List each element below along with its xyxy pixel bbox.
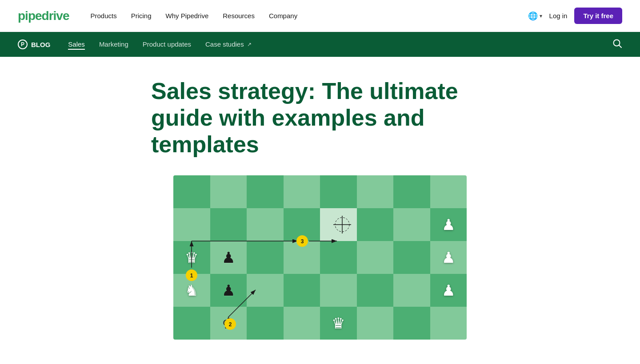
cell-r4c3 [247, 274, 284, 307]
external-link-icon: ↗ [247, 41, 252, 47]
cell-r3c6 [357, 241, 394, 274]
cell-r5c7 [393, 307, 430, 340]
nav-products[interactable]: Products [90, 12, 116, 20]
white-pawn-r2c8: ♟ [442, 217, 455, 232]
blog-nav-marketing[interactable]: Marketing [99, 40, 128, 48]
cell-r2c1 [173, 208, 210, 241]
cell-r1c6 [357, 175, 394, 208]
language-selector[interactable]: 🌐 ▾ [528, 11, 542, 21]
cell-r5c8 [430, 307, 467, 340]
cell-r4c6 [357, 274, 394, 307]
cell-r5c2: ♚ [210, 307, 247, 340]
blog-nav-case-studies[interactable]: Case studies ↗ [205, 40, 252, 48]
cell-r5c6 [357, 307, 394, 340]
nav-why-pipedrive[interactable]: Why Pipedrive [166, 12, 209, 20]
cell-r1c7 [393, 175, 430, 208]
cell-r2c7 [393, 208, 430, 241]
cell-r1c2 [210, 175, 247, 208]
cell-r1c3 [247, 175, 284, 208]
cell-r4c1: ♞ [173, 274, 210, 307]
white-queen-r3c1: ♛ [185, 250, 198, 265]
cell-r1c4 [284, 175, 320, 208]
black-pawn-r4c2: ♟ [222, 283, 235, 298]
cell-r4c4 [284, 274, 320, 307]
cell-r4c2: ♟ [210, 274, 247, 307]
nav-pricing[interactable]: Pricing [131, 12, 152, 20]
cell-r4c8: ♟ [430, 274, 467, 307]
cell-r5c3 [247, 307, 284, 340]
try-free-button[interactable]: Try it free [574, 8, 622, 24]
cell-r3c7 [393, 241, 430, 274]
white-pawn-r4c8: ♟ [442, 283, 455, 298]
blog-nav-sales[interactable]: Sales [68, 40, 85, 50]
black-pawn-r3c2: ♟ [222, 250, 235, 265]
article-title: Sales strategy: The ultimate guide with … [151, 78, 489, 158]
black-king-r5c2: ♚ [222, 316, 235, 331]
main-content: Sales strategy: The ultimate guide with … [0, 57, 640, 340]
login-link[interactable]: Log in [549, 12, 568, 20]
cell-r2c2 [210, 208, 247, 241]
blog-nav-links: Sales Marketing Product updates Case stu… [68, 40, 612, 48]
pipedrive-logo[interactable]: pipedrive [18, 9, 69, 23]
white-pawn-r3c8: ♟ [442, 250, 455, 265]
nav-resources[interactable]: Resources [223, 12, 255, 20]
blog-p-icon: P [18, 40, 28, 49]
cell-r5c5: ♛ [320, 307, 357, 340]
cell-r4c7 [393, 274, 430, 307]
cell-r1c5 [320, 175, 357, 208]
svg-line-1 [619, 45, 622, 47]
cell-r5c4 [284, 307, 320, 340]
cell-r2c5-target [320, 208, 357, 241]
blog-label: BLOG [31, 41, 50, 48]
chevron-down-icon: ▾ [540, 13, 542, 19]
blog-navigation: P BLOG Sales Marketing Product updates C… [0, 32, 640, 57]
white-king-r5c5: ♛ [332, 316, 345, 331]
cell-r2c6 [357, 208, 394, 241]
cell-r1c8 [430, 175, 467, 208]
cell-r3c4 [284, 241, 320, 274]
cell-r3c2: ♟ [210, 241, 247, 274]
cell-r2c8: ♟ [430, 208, 467, 241]
cell-r4c5 [320, 274, 357, 307]
main-nav-links: Products Pricing Why Pipedrive Resources… [90, 12, 528, 20]
cell-r2c3 [247, 208, 284, 241]
cell-r3c3 [247, 241, 284, 274]
nav-company[interactable]: Company [269, 12, 297, 20]
cell-r3c8: ♟ [430, 241, 467, 274]
globe-icon: 🌐 [528, 11, 538, 21]
chess-board-illustration: ♟ ♛ ♟ ♟ ♞ ♟ [173, 175, 467, 340]
white-knight-r4c1: ♞ [185, 283, 198, 298]
nav-right-section: 🌐 ▾ Log in Try it free [528, 8, 622, 24]
cell-r5c1 [173, 307, 210, 340]
blog-logo[interactable]: P BLOG [18, 40, 50, 49]
chess-board-grid: ♟ ♛ ♟ ♟ ♞ ♟ [173, 175, 467, 340]
cell-r1c1 [173, 175, 210, 208]
top-navigation: pipedrive Products Pricing Why Pipedrive… [0, 0, 640, 32]
cell-r2c4 [284, 208, 320, 241]
cell-r3c5 [320, 241, 357, 274]
blog-nav-product-updates[interactable]: Product updates [143, 40, 191, 48]
blog-search-button[interactable] [612, 39, 622, 51]
cell-r3c1: ♛ [173, 241, 210, 274]
